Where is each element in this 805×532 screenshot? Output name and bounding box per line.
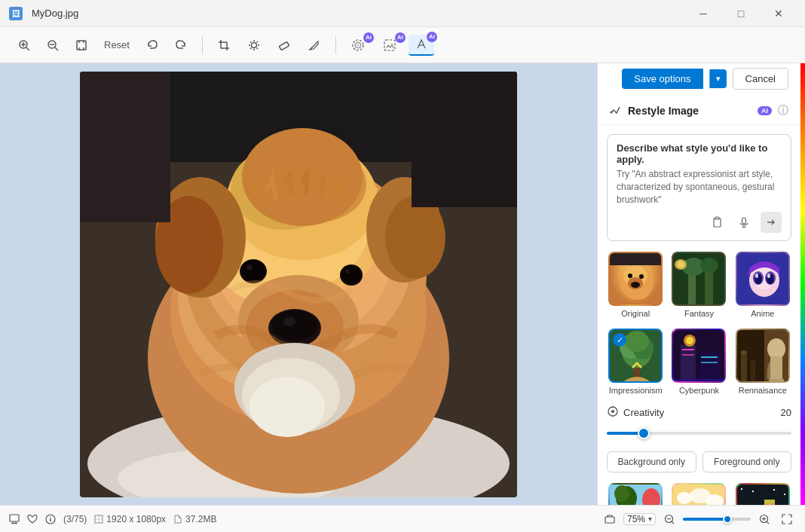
zoom-in-status-button[interactable] <box>755 510 773 528</box>
fullscreen-button[interactable] <box>778 510 796 528</box>
toolbar-separator-1 <box>202 36 203 54</box>
svg-rect-71 <box>742 218 746 224</box>
main-area: Save options ▾ Cancel Restyle Image AI ⓘ <box>0 63 805 505</box>
restyle-ai-button[interactable]: AI <box>409 35 434 56</box>
svg-point-63 <box>342 265 360 282</box>
image-size-icon <box>94 515 103 524</box>
slider-thumb[interactable] <box>638 427 650 439</box>
style-label-rennaisance: Rennaisance <box>739 386 787 395</box>
heart-icon-item[interactable] <box>27 514 38 524</box>
style-thumb-surrealism <box>608 483 663 505</box>
style-anime[interactable]: Anime <box>734 252 791 318</box>
style-papercraft[interactable]: Paper Craft <box>670 483 727 505</box>
svg-rect-29 <box>384 40 395 50</box>
svg-rect-114 <box>770 356 782 379</box>
svg-point-79 <box>639 274 644 279</box>
fit-view-button[interactable] <box>69 33 93 57</box>
style-thumb-rennaisance <box>736 329 790 383</box>
generative-fill-ai-button[interactable]: AI <box>377 35 402 55</box>
prompt-actions <box>617 212 782 233</box>
style-pixelart[interactable]: Pixel Art <box>734 483 791 505</box>
file-icon <box>173 515 182 524</box>
style-thumb-original <box>608 252 663 306</box>
title-bar: 🖼 MyDog.jpg ─ □ ✕ <box>0 0 805 27</box>
style-original[interactable]: Original <box>607 252 664 318</box>
svg-rect-53 <box>412 72 517 207</box>
creativity-section: Creativity 20 <box>607 405 791 441</box>
info-icon[interactable]: ⓘ <box>778 104 788 118</box>
svg-line-174 <box>767 521 769 524</box>
slider-track <box>607 432 791 435</box>
svg-point-94 <box>767 274 770 278</box>
zoom-out-status-button[interactable] <box>660 510 678 528</box>
save-dropdown-button[interactable]: ▾ <box>709 69 727 88</box>
creativity-slider[interactable] <box>607 426 791 441</box>
reset-button[interactable]: Reset <box>98 36 136 54</box>
prompt-box[interactable]: Describe what style you'd like to apply.… <box>607 134 791 241</box>
mic-icon-button[interactable] <box>733 212 754 233</box>
style-surrealism[interactable]: Surrealism <box>607 483 664 505</box>
background-only-button[interactable]: Background only <box>607 451 696 472</box>
top-action-bar: Save options ▾ Cancel <box>598 63 800 94</box>
zoom-out-button[interactable] <box>41 33 65 57</box>
zoom-select-container: 75% ▾ <box>623 513 656 525</box>
prompt-title: Describe what style you'd like to apply. <box>617 142 782 165</box>
style-grid-row3: Surrealism <box>607 483 791 505</box>
creativity-header: Creativity 20 <box>607 405 791 420</box>
ai-badge-removebg: AI <box>363 32 374 43</box>
canvas-area[interactable] <box>0 63 597 505</box>
brightness-tool-button[interactable] <box>242 33 266 57</box>
remove-bg-ai-button[interactable]: AI <box>345 35 371 55</box>
redo-button[interactable] <box>169 33 193 57</box>
info-icon-item[interactable] <box>45 514 56 524</box>
svg-rect-105 <box>682 354 694 356</box>
creativity-icon <box>607 405 619 420</box>
svg-point-47 <box>242 128 363 226</box>
zoom-in-button[interactable] <box>12 33 36 57</box>
style-fantasy[interactable]: Fantasy <box>670 252 727 318</box>
undo-button[interactable] <box>140 33 164 57</box>
svg-point-64 <box>345 269 350 274</box>
cancel-button[interactable]: Cancel <box>733 68 788 90</box>
svg-point-85 <box>677 261 684 268</box>
svg-rect-159 <box>10 515 19 521</box>
apply-to-toggles: Background only Foreground only <box>607 451 791 472</box>
style-cyberpunk[interactable]: Cyberpunk <box>670 329 727 395</box>
svg-point-61 <box>246 264 253 271</box>
style-thumb-fantasy <box>672 252 726 306</box>
style-label-cyberpunk: Cyberpunk <box>679 386 719 395</box>
zoom-controls: 75% ▾ <box>601 510 796 528</box>
maximize-button[interactable]: □ <box>724 0 758 27</box>
eraser-tool-button[interactable] <box>272 33 296 57</box>
style-grid-row1: Original <box>607 252 791 318</box>
svg-point-16 <box>251 42 256 47</box>
minimize-button[interactable]: ─ <box>686 0 721 27</box>
svg-point-165 <box>50 516 51 518</box>
monitor-icon <box>9 514 20 524</box>
panel-body: Describe what style you'd like to apply.… <box>598 125 800 505</box>
svg-line-22 <box>256 47 258 49</box>
zoom-slider-wrapper[interactable] <box>683 518 751 521</box>
pencil-tool-button[interactable] <box>302 33 326 57</box>
submit-prompt-button[interactable] <box>761 212 782 233</box>
style-rennaisance[interactable]: Rennaisance <box>734 329 791 395</box>
close-button[interactable]: ✕ <box>761 0 796 27</box>
style-label-original: Original <box>621 309 650 318</box>
svg-rect-25 <box>279 41 289 50</box>
svg-rect-69 <box>714 219 721 227</box>
zoom-slider-thumb[interactable] <box>723 515 732 524</box>
cancel-label: Cancel <box>745 73 776 84</box>
monitor-icon-item <box>9 514 20 524</box>
style-impressionism[interactable]: ✓ Impressionism <box>607 329 664 395</box>
crop-tool-button[interactable] <box>212 33 236 57</box>
foreground-only-button[interactable]: Foreground only <box>702 451 792 472</box>
shape-button[interactable] <box>601 510 619 528</box>
info-circle-icon <box>45 514 56 524</box>
zoom-dropdown-icon[interactable]: ▾ <box>648 515 652 523</box>
paste-icon-button[interactable] <box>706 212 727 233</box>
svg-rect-70 <box>715 217 719 219</box>
svg-point-138 <box>677 492 692 504</box>
svg-rect-102 <box>681 345 696 383</box>
svg-rect-158 <box>784 494 785 495</box>
save-options-button[interactable]: Save options <box>622 69 702 89</box>
